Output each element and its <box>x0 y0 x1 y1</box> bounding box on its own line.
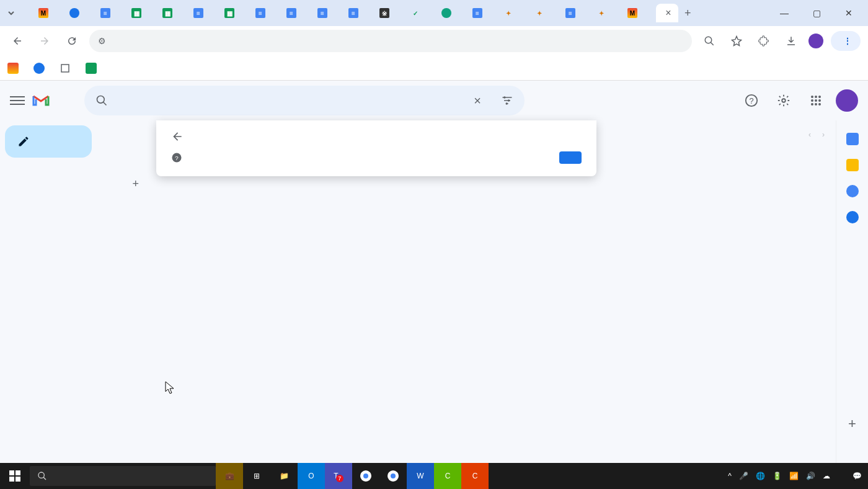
gmail-logo[interactable] <box>32 94 53 107</box>
chrome-update-button[interactable]: ⋮ <box>831 31 861 51</box>
tab-gmail-2[interactable]: M <box>625 4 652 22</box>
taskbar-taskview[interactable]: ⊞ <box>243 463 270 489</box>
svg-point-17 <box>815 103 817 105</box>
taskbar-briefcase[interactable]: 💼 <box>216 463 243 489</box>
search-icon[interactable] <box>89 88 114 113</box>
tab-doc-6[interactable]: ≡ <box>346 4 373 22</box>
taskbar-chrome-1[interactable] <box>352 463 379 489</box>
zoom-icon[interactable] <box>699 31 719 51</box>
svg-rect-23 <box>9 477 14 482</box>
tray-weather-icon[interactable]: 🌐 <box>756 472 765 480</box>
svg-point-5 <box>508 99 510 101</box>
close-icon[interactable]: × <box>665 7 671 19</box>
tab-doc-8[interactable]: ≡ <box>563 4 590 22</box>
settings-icon[interactable] <box>771 88 796 113</box>
pager-prev-icon[interactable]: ‹ <box>808 130 811 139</box>
tray-volume-icon[interactable]: 🔊 <box>806 472 815 480</box>
svg-point-30 <box>391 473 396 478</box>
taskbar-camtasia-2[interactable]: C <box>461 463 489 489</box>
taskbar-explorer[interactable]: 📁 <box>270 463 298 489</box>
back-button[interactable] <box>7 31 27 51</box>
url-field[interactable]: ⚙ <box>89 30 692 52</box>
tab-doc-7[interactable]: ≡ <box>470 4 497 22</box>
taskbar-search[interactable] <box>30 466 216 486</box>
tab-chatgpt[interactable] <box>439 4 466 22</box>
tab-doc-2[interactable]: ≡ <box>191 4 218 22</box>
create-filter-button[interactable] <box>559 151 582 164</box>
tray-chevron-icon[interactable]: ^ <box>728 472 732 480</box>
svg-line-3 <box>104 102 107 105</box>
bookmark-clickup[interactable] <box>60 63 74 74</box>
contacts-addon-icon[interactable] <box>846 211 859 223</box>
tray-wifi-icon[interactable]: 📶 <box>789 472 799 480</box>
bookmark-pepper[interactable] <box>33 63 48 74</box>
reload-button[interactable] <box>62 31 82 51</box>
downloads-icon[interactable] <box>781 31 801 51</box>
window-close[interactable]: ✕ <box>835 4 863 22</box>
search-input[interactable] <box>119 95 460 106</box>
tab-doc-5[interactable]: ≡ <box>315 4 342 22</box>
bookmark-star-icon[interactable] <box>727 31 746 51</box>
taskbar-word[interactable]: W <box>407 463 434 489</box>
calendar-addon-icon[interactable] <box>846 133 859 145</box>
tray-notifications-icon[interactable]: 💬 <box>852 472 862 480</box>
account-avatar[interactable] <box>836 89 858 112</box>
tray-onedrive-icon[interactable]: ☁ <box>823 472 830 480</box>
tab-doc-4[interactable]: ≡ <box>284 4 311 22</box>
site-info-icon[interactable]: ⚙ <box>98 36 106 46</box>
tab-pepper[interactable] <box>67 4 94 22</box>
tab-sheet-2[interactable]: ▦ <box>160 4 187 22</box>
learn-more-link[interactable]: ? <box>171 152 190 163</box>
svg-point-13 <box>811 99 813 102</box>
window-minimize[interactable]: — <box>770 4 799 22</box>
tab-sheet-1[interactable]: ▦ <box>129 4 156 22</box>
tab-doc-3[interactable]: ≡ <box>253 4 280 22</box>
extensions-icon[interactable] <box>754 31 774 51</box>
forward-button[interactable] <box>35 31 55 51</box>
svg-point-9 <box>782 99 786 102</box>
main-menu-icon[interactable] <box>10 96 25 105</box>
back-arrow-icon[interactable] <box>171 130 184 143</box>
keep-addon-icon[interactable] <box>846 159 859 171</box>
svg-point-16 <box>811 103 813 105</box>
labels-header: + <box>5 166 151 191</box>
tray-mic-icon[interactable]: 🎤 <box>739 472 748 480</box>
taskbar-teams[interactable]: T7 <box>325 463 352 489</box>
bookmarks-bar <box>0 56 868 81</box>
profile-avatar[interactable] <box>808 34 823 48</box>
tasks-addon-icon[interactable] <box>846 185 859 197</box>
tab-menu[interactable] <box>5 4 32 22</box>
tab-gmail[interactable]: M <box>36 4 63 22</box>
bookmark-gmail[interactable] <box>7 63 22 74</box>
svg-point-4 <box>503 96 505 98</box>
add-addon-icon[interactable]: + <box>848 416 856 432</box>
tab-claude-1[interactable]: ✦ <box>501 4 528 22</box>
tab-misc-1[interactable]: ※ <box>377 4 404 22</box>
search-box: × <box>84 86 525 115</box>
tab-doc-1[interactable]: ≡ <box>98 4 125 22</box>
address-bar: ⚙ ⋮ <box>0 26 868 56</box>
taskbar-outlook[interactable]: O <box>298 463 325 489</box>
new-tab-button[interactable]: + <box>682 4 709 22</box>
add-label-icon[interactable]: + <box>132 177 139 191</box>
bookmark-arfaa-sheet[interactable] <box>86 63 100 74</box>
tab-check[interactable]: ✓ <box>408 4 435 22</box>
window-maximize[interactable]: ▢ <box>802 4 831 22</box>
svg-point-18 <box>818 103 821 105</box>
support-icon[interactable]: ? <box>739 88 764 113</box>
clear-search-icon[interactable]: × <box>465 88 490 113</box>
tray-battery-icon[interactable]: 🔋 <box>773 472 782 480</box>
taskbar-camtasia-1[interactable]: C <box>434 463 461 489</box>
compose-button[interactable] <box>5 125 92 158</box>
tab-sheet-3[interactable]: ▦ <box>222 4 249 22</box>
search-options-icon[interactable] <box>495 88 520 113</box>
tab-claude-2[interactable]: ✦ <box>532 4 559 22</box>
apps-icon[interactable] <box>804 88 828 113</box>
svg-point-0 <box>705 37 712 43</box>
start-button[interactable] <box>0 470 30 482</box>
tab-claude-3[interactable]: ✦ <box>594 4 621 22</box>
search-icon <box>37 471 47 481</box>
taskbar-chrome-2[interactable] <box>379 463 407 489</box>
pager-next-icon[interactable]: › <box>822 130 825 139</box>
tab-current[interactable]: × <box>656 4 678 22</box>
